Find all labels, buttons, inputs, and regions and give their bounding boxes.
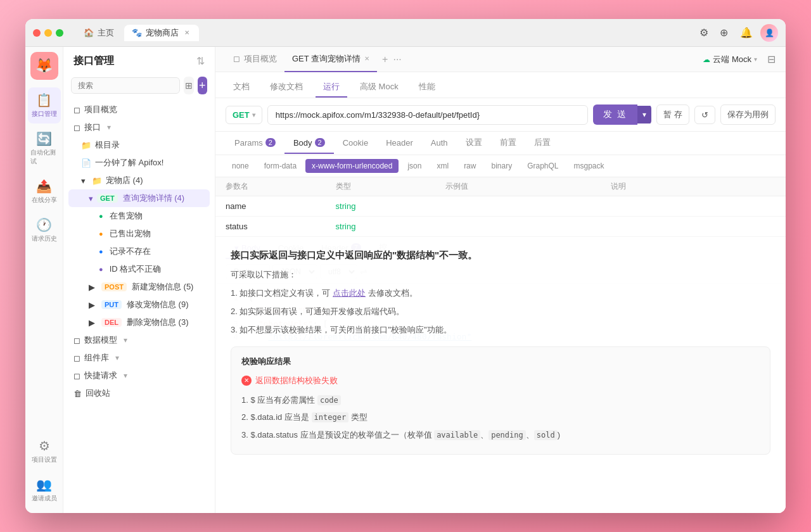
- layout-expand-icon[interactable]: ⊟: [767, 53, 776, 65]
- send-dropdown-btn[interactable]: ▾: [637, 106, 651, 124]
- sub-tab-performance[interactable]: 性能: [411, 77, 443, 98]
- code-snippet: available: [434, 430, 480, 440]
- params-tab-cookie[interactable]: Cookie: [334, 133, 377, 154]
- sub-tab-advanced-mock[interactable]: 高级 Mock: [352, 77, 406, 98]
- nav-item-root-label: 根目录: [95, 139, 120, 151]
- folder-icon2: 📁: [92, 176, 102, 186]
- nav-item-pet-sold[interactable]: ● 已售出宠物: [68, 225, 210, 243]
- params-tab-auth[interactable]: Auth: [422, 133, 457, 154]
- method-post-tag: POST: [101, 282, 127, 291]
- params-tab-header-label: Header: [386, 138, 413, 148]
- content-tab-get-query[interactable]: GET 查询宠物详情 ✕: [284, 47, 377, 72]
- validation-action-3: 3. 如不想显示该校验结果，可关闭当前接口"校验响应"功能。: [231, 324, 770, 337]
- nav-item-pet-on-sale[interactable]: ● 在售宠物: [68, 207, 210, 225]
- settings-icon[interactable]: ⚙: [699, 27, 712, 39]
- more-tabs-btn[interactable]: ···: [393, 54, 401, 65]
- nav-item-apifox-intro[interactable]: 📄 一分钟了解 Apifox!: [68, 154, 210, 172]
- refresh-button[interactable]: ↺: [694, 106, 715, 124]
- body-type-xml[interactable]: xml: [430, 159, 455, 173]
- sidebar-item-online-share[interactable]: 📤 在线分享: [28, 174, 61, 210]
- send-button: 发 送 ▾: [593, 104, 651, 125]
- add-tab-btn[interactable]: +: [382, 54, 388, 65]
- sidebar-item-history[interactable]: 🕐 请求历史: [28, 212, 61, 248]
- search-input[interactable]: [71, 77, 180, 94]
- error-item-1: 1. $ 应当有必需属性 code: [241, 393, 760, 408]
- body-count: 2: [315, 138, 325, 147]
- body-type-msgpack[interactable]: msgpack: [568, 159, 611, 173]
- nav-item-root-dir[interactable]: 📁 根目录: [68, 136, 210, 154]
- nav-item-query-pet[interactable]: ▾ GET 查询宠物详情 (4): [68, 189, 210, 207]
- table-row: name string: [215, 196, 786, 217]
- params-tab-params[interactable]: Params 2: [226, 133, 284, 154]
- params-tab-pre[interactable]: 前置: [491, 132, 525, 155]
- traffic-light-red[interactable]: [33, 29, 41, 37]
- error-item-2: 2. $.data.id 应当是 integer 类型: [241, 410, 760, 425]
- body-type-urlencoded[interactable]: x-www-form-urlencoded: [305, 159, 399, 173]
- method-selector[interactable]: GET ▾: [226, 106, 262, 124]
- nav-sort-icon[interactable]: ⇅: [196, 55, 205, 67]
- bell-icon[interactable]: 🔔: [740, 27, 753, 39]
- cloud-mock-button[interactable]: ☁ 云端 Mock ▾: [698, 51, 762, 68]
- params-tab-post[interactable]: 后置: [525, 132, 559, 155]
- row1-name: name: [226, 201, 336, 211]
- save-temp-button[interactable]: 暂 存: [656, 104, 689, 125]
- error-badge: ✕ 返回数据结构校验失败: [241, 375, 338, 386]
- get-query-tab-close[interactable]: ✕: [364, 55, 369, 62]
- result-title: 校验响应结果: [241, 356, 760, 367]
- tab-close-btn[interactable]: ✕: [182, 28, 191, 37]
- url-input[interactable]: [267, 105, 589, 125]
- add-button[interactable]: +: [198, 77, 208, 94]
- method-del-tag: DEL: [101, 318, 122, 327]
- sidebar-item-api-label: 接口管理: [32, 110, 57, 118]
- history-icon: 🕐: [36, 217, 52, 232]
- body-type-form-data[interactable]: form-data: [258, 159, 303, 173]
- sidebar-item-invite[interactable]: 👥 邀请成员: [28, 472, 61, 508]
- sidebar-item-automation[interactable]: 🔄 自动化测试: [28, 126, 61, 171]
- body-type-none[interactable]: none: [226, 159, 255, 173]
- method-dropdown-icon: ▾: [252, 111, 255, 118]
- params-tab-body-label: Body: [293, 138, 312, 148]
- sub-tab-doc[interactable]: 文档: [226, 77, 257, 98]
- tab-home-label: 主页: [98, 27, 114, 39]
- expand-icon: ▾: [89, 194, 93, 203]
- content-tab-overview[interactable]: ◻ 项目概览: [226, 47, 284, 72]
- nav-item-new-pet[interactable]: ▶ POST 新建宠物信息 (5): [68, 278, 210, 296]
- sidebar-item-project-settings[interactable]: ⚙ 项目设置: [28, 433, 61, 469]
- nav-item-delete-pet[interactable]: ▶ DEL 删除宠物信息 (3): [68, 314, 210, 331]
- user-avatar[interactable]: 👤: [760, 24, 778, 42]
- nav-item-component-lib[interactable]: ◻ 组件库 ▾: [68, 349, 210, 367]
- nav-item-data-model[interactable]: ◻ 数据模型 ▾: [68, 331, 210, 349]
- help-icon[interactable]: ⊕: [720, 27, 732, 39]
- nav-item-invalid-id[interactable]: ● ID 格式不正确: [68, 260, 210, 278]
- sidebar-item-api-management[interactable]: 📋 接口管理: [28, 87, 61, 124]
- nav-item-quick-request[interactable]: ◻ 快捷请求 ▾: [68, 367, 210, 384]
- traffic-light-green[interactable]: [56, 29, 63, 37]
- sub-tab-run[interactable]: 运行: [316, 77, 347, 98]
- send-main-btn[interactable]: 发 送: [593, 104, 637, 125]
- nav-item-recycle-bin[interactable]: 🗑 回收站: [68, 384, 210, 402]
- nav-item-not-found[interactable]: ● 记录不存在: [68, 243, 210, 260]
- fix-doc-link[interactable]: 点击此处: [333, 288, 366, 298]
- body-type-graphql[interactable]: GraphQL: [521, 159, 565, 173]
- params-tab-body[interactable]: Body 2: [284, 133, 334, 154]
- cloud-icon: ☁: [703, 55, 710, 64]
- traffic-light-yellow[interactable]: [44, 29, 52, 37]
- params-tab-settings[interactable]: 设置: [457, 132, 491, 155]
- filter-button[interactable]: ⊞: [184, 77, 194, 94]
- tab-home[interactable]: 🏠 主页: [76, 25, 122, 41]
- body-type-json[interactable]: json: [401, 159, 428, 173]
- nav-item-pet-shop-folder[interactable]: ▾ 📁 宠物店 (4): [68, 172, 210, 189]
- tab-pet-shop[interactable]: 🐾 宠物商店 ✕: [124, 25, 199, 41]
- body-type-binary[interactable]: binary: [485, 159, 518, 173]
- data-model-icon: ◻: [73, 336, 80, 345]
- get-query-tab-label: GET 查询宠物详情: [292, 53, 361, 65]
- nav-item-project-overview[interactable]: ◻ 项目概览: [68, 101, 210, 118]
- nav-tree: ◻ 项目概览 ◻ 接口 ▾ 📁 根目录 📄 一分钟了解 Apifox!: [63, 98, 215, 513]
- save-case-button[interactable]: 保存为用例: [720, 104, 776, 125]
- sub-tab-edit-doc[interactable]: 修改文档: [262, 77, 310, 98]
- nav-item-interface-label: 接口: [84, 122, 101, 133]
- body-type-raw[interactable]: raw: [457, 159, 482, 173]
- nav-item-edit-pet[interactable]: ▶ PUT 修改宠物信息 (9): [68, 296, 210, 314]
- params-tab-header[interactable]: Header: [377, 133, 422, 154]
- nav-item-interface[interactable]: ◻ 接口 ▾: [68, 118, 210, 136]
